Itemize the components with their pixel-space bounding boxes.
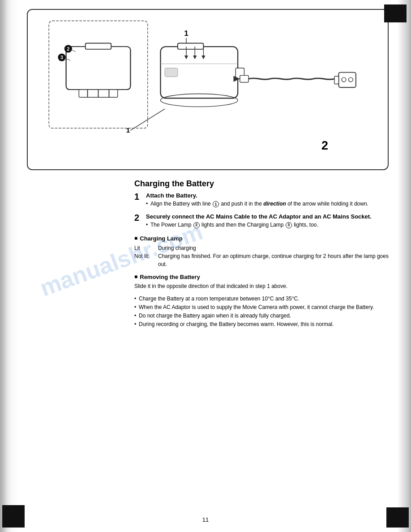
circle-1: 1 <box>213 201 219 207</box>
svg-rect-27 <box>240 75 248 82</box>
lamp-label-2: Not lit: <box>134 252 154 268</box>
step-1: 1 Attach the Battery. Align the Battery … <box>134 192 389 209</box>
svg-rect-32 <box>334 76 339 84</box>
charging-title: Charging the Battery <box>134 179 389 189</box>
step-1-number: 1 <box>134 192 142 209</box>
note-1: Charge the Battery at a room temperature… <box>134 295 389 303</box>
notes-section: Charge the Battery at a room temperature… <box>134 295 389 328</box>
right-column: Charging the Battery 1 Attach the Batter… <box>134 179 389 329</box>
charging-lamp-title: Charging Lamp <box>134 235 389 242</box>
svg-text:2: 2 <box>67 46 69 51</box>
svg-line-26 <box>130 109 165 130</box>
step-2-header: Securely connect the AC Mains Cable to t… <box>146 213 372 220</box>
svg-text:1: 1 <box>126 126 130 134</box>
note-4: During recording or charging, the Batter… <box>134 321 389 328</box>
svg-text:3: 3 <box>60 55 63 60</box>
svg-rect-29 <box>338 73 355 88</box>
corner-mark-bottom-right <box>386 507 409 528</box>
right-page-tear <box>398 0 411 532</box>
svg-rect-22 <box>165 68 178 77</box>
corner-mark-top-right <box>384 4 407 22</box>
svg-rect-1 <box>66 47 131 90</box>
step-2-bullet-1: The Power Lamp 2 lights and then the Cha… <box>146 221 372 229</box>
diagram-svg: 2 3 1 <box>34 17 381 163</box>
removing-title: Removing the Battery <box>134 274 389 280</box>
page-number: 11 <box>202 516 209 523</box>
lamp-row-1: Lit During charging <box>134 244 389 252</box>
step-2-number: 2 <box>134 213 142 230</box>
content-area: Charging the Battery 1 Attach the Batter… <box>27 179 389 329</box>
corner-mark-bottom-left <box>2 505 25 528</box>
circle-2: 2 <box>193 222 200 228</box>
svg-text:2: 2 <box>321 139 328 152</box>
lamp-table: Lit During charging Not lit: Charging ha… <box>134 244 389 268</box>
left-page-tear <box>0 0 18 532</box>
lamp-desc-1: During charging <box>158 244 196 252</box>
step-2: 2 Securely connect the AC Mains Cable to… <box>134 213 389 230</box>
lamp-label-1: Lit <box>134 244 154 252</box>
svg-rect-3 <box>86 43 111 49</box>
removing-desc: Slide it in the opposite direction of th… <box>134 283 389 290</box>
left-column <box>27 179 125 329</box>
circle-3: 3 <box>286 222 292 228</box>
diagram-box: 2 3 1 <box>27 9 389 170</box>
step-1-bullet-1: Align the Battery with line 1 and push i… <box>146 200 368 208</box>
note-2: When the AC Adaptor is used to supply th… <box>134 304 389 311</box>
step-1-header: Attach the Battery. <box>146 192 368 199</box>
svg-rect-17 <box>178 43 204 49</box>
charging-lamp-section: Charging Lamp Lit During charging Not li… <box>134 235 389 268</box>
svg-text:1: 1 <box>184 29 188 38</box>
step-2-content: Securely connect the AC Mains Cable to t… <box>146 213 372 230</box>
note-3: Do not charge the Battery again when it … <box>134 312 389 320</box>
removing-section: Removing the Battery Slide it in the opp… <box>134 274 389 290</box>
lamp-desc-2: Charging has finished. For an optimum ch… <box>158 252 389 268</box>
lamp-row-2: Not lit: Charging has finished. For an o… <box>134 252 389 268</box>
step-1-content: Attach the Battery. Align the Battery wi… <box>146 192 368 209</box>
